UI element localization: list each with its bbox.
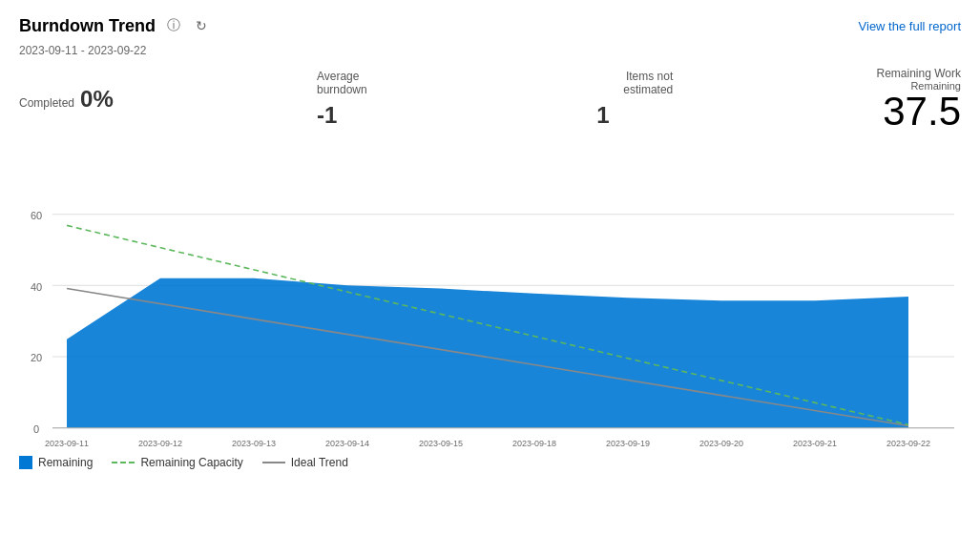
remaining-work-block: Remaining Work Remaining 37.5 (877, 67, 961, 132)
legend-ideal-trend: Ideal Trend (262, 456, 348, 469)
svg-text:2023-09-18: 2023-09-18 (512, 439, 556, 448)
items-not-estimated-value: 1 (596, 102, 609, 129)
svg-text:2023-09-22: 2023-09-22 (886, 439, 930, 448)
items-not-estimated-stat: Items not estimated 1 (596, 70, 673, 129)
legend-remaining: Remaining (19, 456, 93, 469)
legend-remaining-capacity: Remaining Capacity (112, 456, 242, 469)
svg-text:20: 20 (31, 352, 42, 363)
svg-text:2023-09-20: 2023-09-20 (699, 439, 743, 448)
svg-text:0: 0 (33, 423, 39, 435)
help-icon[interactable]: ⓘ (163, 15, 184, 36)
ideal-trend-legend-label: Ideal Trend (291, 456, 348, 469)
view-full-report-link[interactable]: View the full report (859, 19, 961, 33)
remaining-work-label: Remaining Work (877, 67, 961, 80)
completed-stat: Completed 0% (19, 86, 114, 113)
svg-text:40: 40 (31, 280, 42, 292)
chart-legend: Remaining Remaining Capacity Ideal Trend (19, 456, 961, 469)
svg-text:2023-09-11: 2023-09-11 (45, 439, 89, 448)
avg-burndown-stat: Average burndown -1 (317, 70, 393, 129)
remaining-value: 37.5 (883, 89, 961, 134)
svg-text:2023-09-13: 2023-09-13 (232, 439, 276, 448)
stats-row: Completed 0% Average burndown -1 Items n… (19, 67, 961, 132)
ideal-trend-legend-icon (262, 462, 285, 463)
header: Burndown Trend ⓘ ↻ View the full report (19, 15, 961, 36)
avg-burndown-value: -1 (317, 102, 337, 129)
items-not-estimated-label: Items not estimated (596, 70, 673, 96)
refresh-icon[interactable]: ↻ (192, 16, 211, 35)
svg-text:2023-09-14: 2023-09-14 (325, 439, 369, 448)
remaining-capacity-legend-label: Remaining Capacity (140, 456, 242, 469)
page-title: Burndown Trend (19, 16, 156, 36)
burndown-chart: 0 20 40 60 2023-09-11 2023-09-12 2023-09 (19, 143, 961, 448)
chart-area: 0 20 40 60 2023-09-11 2023-09-12 2023-09 (19, 143, 961, 448)
date-range: 2023-09-11 - 2023-09-22 (19, 44, 961, 57)
completed-value: 0% (80, 86, 114, 113)
svg-text:2023-09-12: 2023-09-12 (138, 439, 182, 448)
header-left: Burndown Trend ⓘ ↻ (19, 15, 211, 36)
remaining-capacity-legend-icon (112, 462, 135, 463)
avg-burndown-label: Average burndown (317, 70, 393, 96)
svg-text:2023-09-19: 2023-09-19 (606, 439, 650, 448)
svg-text:60: 60 (31, 210, 42, 221)
remaining-legend-label: Remaining (38, 456, 93, 469)
svg-text:2023-09-15: 2023-09-15 (419, 439, 463, 448)
completed-label: Completed (19, 96, 74, 110)
remaining-legend-icon (19, 456, 32, 469)
svg-text:2023-09-21: 2023-09-21 (793, 439, 837, 448)
